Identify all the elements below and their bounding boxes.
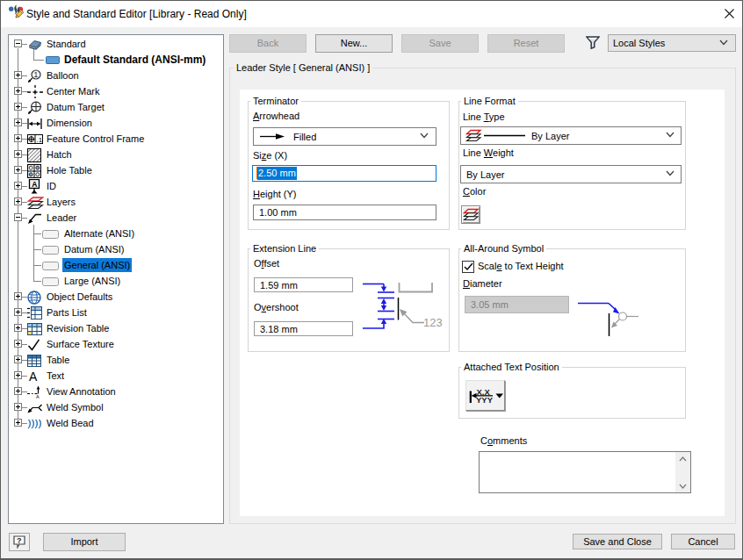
- svg-text:.1: .1: [37, 136, 43, 144]
- svg-text:1: 1: [34, 70, 39, 79]
- svg-text:A: A: [36, 394, 40, 398]
- svg-text:A: A: [32, 180, 37, 189]
- svg-text:?: ?: [17, 536, 22, 545]
- svg-text:A: A: [29, 370, 38, 383]
- svg-text:YYY: YYY: [476, 395, 494, 405]
- svg-text:123: 123: [423, 316, 443, 329]
